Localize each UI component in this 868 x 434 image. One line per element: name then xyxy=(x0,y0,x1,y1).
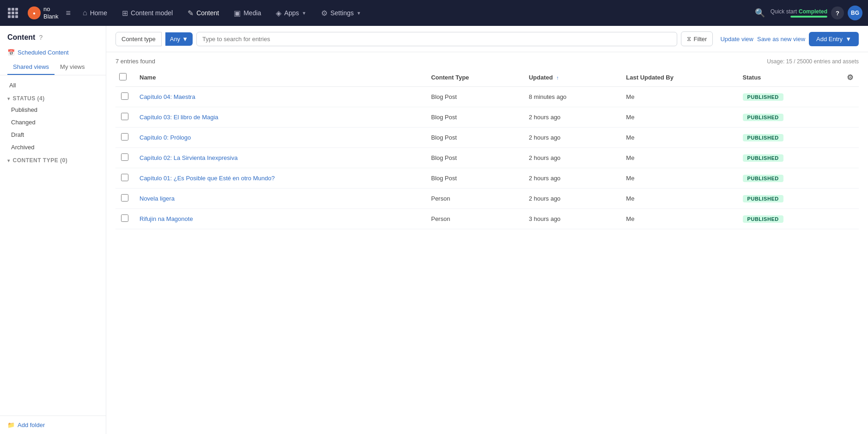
row-checkbox[interactable] xyxy=(121,133,128,141)
row-status: PUBLISHED xyxy=(737,87,840,107)
sidebar-filter-published[interactable]: Published xyxy=(0,104,106,116)
th-name: Name xyxy=(134,68,425,87)
logo-dot: ● xyxy=(28,6,41,19)
status-badge: PUBLISHED xyxy=(743,114,783,121)
th-last-updated-by: Last Updated By xyxy=(620,68,737,87)
table-row: Capítulo 04: Maestra Blog Post 8 minutes… xyxy=(115,87,859,107)
add-entry-chevron-icon: ▼ xyxy=(845,36,851,43)
apps-chevron-icon: ▼ xyxy=(302,11,306,16)
row-checkbox[interactable] xyxy=(121,92,128,100)
content-model-icon: ⊞ xyxy=(122,9,128,18)
status-badge: PUBLISHED xyxy=(743,93,783,101)
nav-content-model[interactable]: ⊞ Content model xyxy=(115,6,179,20)
home-icon: ⌂ xyxy=(83,9,87,17)
row-content-type: Person xyxy=(425,189,523,209)
sidebar-help-icon[interactable]: ? xyxy=(39,34,42,41)
calendar-icon: 📅 xyxy=(7,49,15,56)
table-header: Name Content Type Updated ↑ Last Updated… xyxy=(115,68,859,87)
entries-count: 7 entries found xyxy=(115,58,155,65)
quick-start-label: Quick start xyxy=(771,8,797,15)
row-name[interactable]: Capítulo 02: La Sirvienta Inexpresiva xyxy=(134,148,425,168)
help-button[interactable]: ? xyxy=(831,6,844,19)
row-content-type: Blog Post xyxy=(425,107,523,128)
table-area: 7 entries found Usage: 15 / 25000 entrie… xyxy=(106,52,868,434)
quick-start[interactable]: Quick start Completed xyxy=(771,8,827,18)
row-status: PUBLISHED xyxy=(737,209,840,229)
sidebar-filter-draft[interactable]: Draft xyxy=(0,128,106,141)
table-settings-icon[interactable]: ⚙ xyxy=(847,73,853,81)
search-button[interactable]: 🔍 xyxy=(753,6,767,20)
row-last-updated-by: Me xyxy=(620,148,737,168)
row-name[interactable]: Capítulo 03: El libro de Magia xyxy=(134,107,425,128)
hamburger-menu[interactable]: ≡ xyxy=(66,8,71,18)
avatar[interactable]: BG xyxy=(848,6,862,20)
add-folder-button[interactable]: 📁 Add folder xyxy=(7,422,98,428)
th-status: Status xyxy=(737,68,840,87)
sidebar-title: Content xyxy=(7,33,35,42)
row-checkbox[interactable] xyxy=(121,153,128,161)
main-nav: ⌂ Home ⊞ Content model ✎ Content ▣ Media… xyxy=(76,6,749,20)
logo[interactable]: ● no Blank xyxy=(24,6,62,20)
table-row: Capítulo 01: ¿Es Posible que Esté en otr… xyxy=(115,168,859,189)
row-checkbox[interactable] xyxy=(121,174,128,181)
sidebar-footer: 📁 Add folder xyxy=(0,416,106,434)
quick-start-progress-bar xyxy=(790,16,827,18)
update-view-button[interactable]: Update view xyxy=(720,36,753,43)
row-status: PUBLISHED xyxy=(737,148,840,168)
row-status: PUBLISHED xyxy=(737,189,840,209)
sidebar-tabs: Shared views My views xyxy=(0,60,106,75)
row-updated: 2 hours ago xyxy=(523,107,621,128)
th-updated[interactable]: Updated ↑ xyxy=(523,68,621,87)
row-checkbox[interactable] xyxy=(121,113,128,120)
nav-apps[interactable]: ◈ Apps ▼ xyxy=(269,6,313,20)
search-input[interactable] xyxy=(196,32,677,46)
logo-text: no Blank xyxy=(43,6,59,20)
main-content: Content type Any ▼ ⧖ Filter Update view … xyxy=(106,26,868,434)
status-chevron-icon: ▾ xyxy=(7,96,10,101)
content-type-group-header[interactable]: ▾ CONTENT TYPE (0) xyxy=(0,153,106,165)
filter-button[interactable]: ⧖ Filter xyxy=(681,31,713,46)
any-dropdown-button[interactable]: Any ▼ xyxy=(165,32,193,46)
nav-content[interactable]: ✎ Content xyxy=(181,6,225,20)
sidebar-section: All ▾ STATUS (4) Published Changed Draft… xyxy=(0,75,106,169)
save-view-button[interactable]: Save as new view xyxy=(757,36,805,43)
content-type-button[interactable]: Content type xyxy=(115,32,162,46)
toolbar: Content type Any ▼ ⧖ Filter Update view … xyxy=(106,26,868,52)
row-last-updated-by: Me xyxy=(620,168,737,189)
row-content-type: Blog Post xyxy=(425,128,523,148)
row-name[interactable]: Capítulo 01: ¿Es Posible que Esté en otr… xyxy=(134,168,425,189)
table-row: Capítulo 02: La Sirvienta Inexpresiva Bl… xyxy=(115,148,859,168)
table-row: Capítulo 0: Prólogo Blog Post 2 hours ag… xyxy=(115,128,859,148)
row-content-type: Blog Post xyxy=(425,148,523,168)
status-group-header[interactable]: ▾ STATUS (4) xyxy=(0,92,106,104)
nav-settings[interactable]: ⚙ Settings ▼ xyxy=(315,6,368,20)
select-all-checkbox[interactable] xyxy=(119,73,127,80)
sidebar: Content ? 📅 Scheduled Content Shared vie… xyxy=(0,26,106,434)
any-chevron-icon: ▼ xyxy=(182,36,188,43)
row-name[interactable]: Capítulo 04: Maestra xyxy=(134,87,425,107)
row-last-updated-by: Me xyxy=(620,128,737,148)
sidebar-all-filter[interactable]: All xyxy=(0,79,106,92)
sidebar-filter-changed[interactable]: Changed xyxy=(0,116,106,128)
add-entry-button[interactable]: Add Entry ▼ xyxy=(809,32,859,46)
settings-chevron-icon: ▼ xyxy=(357,11,361,16)
tab-shared-views[interactable]: Shared views xyxy=(7,60,55,75)
status-badge: PUBLISHED xyxy=(743,134,783,141)
nav-home[interactable]: ⌂ Home xyxy=(76,6,114,20)
row-updated: 3 hours ago xyxy=(523,209,621,229)
row-name[interactable]: Rifujin na Magonote xyxy=(134,209,425,229)
apps-grid-button[interactable] xyxy=(6,6,20,20)
row-checkbox[interactable] xyxy=(121,214,128,222)
tab-my-views[interactable]: My views xyxy=(55,60,90,75)
nav-media[interactable]: ▣ Media xyxy=(227,6,267,20)
sidebar-filter-archived[interactable]: Archived xyxy=(0,141,106,153)
folder-icon: 📁 xyxy=(7,422,15,428)
row-name[interactable]: Novela ligera xyxy=(134,189,425,209)
table-meta: 7 entries found Usage: 15 / 25000 entrie… xyxy=(115,52,859,68)
scheduled-content-link[interactable]: 📅 Scheduled Content xyxy=(0,45,106,60)
topnav-right: 🔍 Quick start Completed ? BG xyxy=(753,6,862,20)
row-name[interactable]: Capítulo 0: Prólogo xyxy=(134,128,425,148)
row-checkbox[interactable] xyxy=(121,194,128,202)
media-icon: ▣ xyxy=(234,9,241,18)
row-updated: 2 hours ago xyxy=(523,189,621,209)
